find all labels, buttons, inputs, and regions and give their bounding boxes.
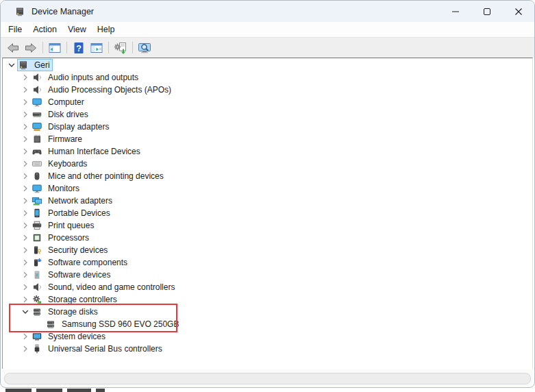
security-icon — [32, 245, 42, 256]
chevron-down-icon[interactable] — [19, 306, 32, 317]
tree-item[interactable]: Firmware — [3, 133, 532, 145]
horizontal-scrollbar[interactable] — [2, 369, 533, 387]
chevron-right-icon[interactable] — [19, 171, 32, 182]
maximize-icon — [483, 8, 491, 16]
svg-text:?: ? — [76, 43, 82, 53]
chevron-right-icon[interactable] — [19, 269, 32, 280]
tree-item[interactable]: Network adapters — [3, 195, 532, 207]
display-adapter-icon — [32, 121, 42, 132]
tree-item[interactable]: Security devices — [3, 244, 532, 256]
selected-item-highlight: Geri — [18, 60, 52, 71]
tree-item[interactable]: Human Interface Devices — [3, 145, 532, 158]
tree-item[interactable]: Mice and other pointing devices — [3, 170, 532, 182]
printer-icon — [32, 220, 42, 231]
tree-item[interactable]: Sound, video and game controllers — [3, 281, 532, 293]
tree-item[interactable]: Disk drives — [3, 108, 532, 121]
toolbar-separator — [42, 42, 43, 53]
help-button[interactable]: ? — [70, 40, 88, 56]
speaker-icon — [32, 282, 42, 293]
menu-bar: File Action View Help — [1, 22, 534, 37]
toolbar: ? — [1, 37, 534, 58]
tree-pane: GeriAudio inputs and outputsAudio Proces… — [2, 58, 533, 369]
tree-item-label: Print queues — [46, 220, 96, 231]
tree-item-label: Samsung SSD 960 EVO 250GB — [60, 319, 181, 330]
chevron-right-icon[interactable] — [19, 208, 32, 219]
title-bar[interactable]: Device Manager — [1, 1, 534, 22]
chevron-right-icon[interactable] — [19, 220, 32, 231]
chevron-right-icon[interactable] — [19, 121, 32, 132]
menu-view[interactable]: View — [62, 23, 92, 36]
tree-item[interactable]: Software devices — [3, 269, 532, 281]
close-icon — [514, 8, 523, 16]
tree-item[interactable]: Portable Devices — [3, 207, 532, 219]
tree-item[interactable]: Samsung SSD 960 EVO 250GB — [3, 318, 532, 330]
tree-item-label: Disk drives — [46, 109, 90, 120]
tree-item[interactable]: Software components — [3, 256, 532, 269]
tree-item-label: Portable Devices — [46, 208, 112, 219]
tree-item[interactable]: Keyboards — [3, 158, 532, 170]
tree-item[interactable]: System devices — [3, 330, 532, 343]
tree-item[interactable]: Storage controllers — [3, 293, 532, 306]
keyboard-icon — [32, 158, 42, 169]
tree-item[interactable]: Display adapters — [3, 121, 532, 133]
tree-item[interactable]: Print queues — [3, 219, 532, 232]
tree-item[interactable]: Universal Serial Bus controllers — [3, 343, 532, 355]
usb-icon — [32, 343, 42, 354]
chevron-right-icon[interactable] — [19, 245, 32, 256]
show-hide-console-tree-button[interactable] — [46, 40, 64, 56]
tree-item-label: Audio Processing Objects (APOs) — [46, 84, 173, 95]
storage-controller-icon — [32, 294, 42, 305]
chevron-right-icon[interactable] — [19, 84, 32, 95]
menu-help[interactable]: Help — [92, 23, 121, 36]
chevron-right-icon[interactable] — [19, 146, 32, 157]
tree-item[interactable]: Geri — [3, 59, 532, 71]
tree-item-label: Display adapters — [46, 121, 111, 132]
tree-item[interactable]: Computer — [3, 96, 532, 108]
speaker-icon — [32, 84, 42, 95]
tree-item[interactable]: Processors — [3, 232, 532, 244]
chevron-right-icon[interactable] — [19, 195, 32, 206]
chevron-right-icon[interactable] — [19, 294, 32, 305]
software-device-icon — [32, 269, 42, 280]
twisty-spacer — [33, 319, 45, 330]
chevron-right-icon[interactable] — [19, 134, 32, 145]
chevron-down-icon[interactable] — [5, 60, 18, 71]
chevron-right-icon[interactable] — [19, 331, 32, 342]
forward-button[interactable] — [22, 40, 40, 56]
mouse-icon — [32, 171, 42, 182]
tree-item-label: Software components — [46, 257, 129, 268]
chevron-right-icon[interactable] — [19, 158, 32, 169]
window-controls — [440, 1, 534, 22]
chevron-right-icon[interactable] — [19, 97, 32, 108]
tree-item-label: Security devices — [46, 245, 110, 256]
tree-item[interactable]: Storage disks — [3, 306, 532, 318]
properties-button[interactable] — [88, 40, 105, 56]
chevron-right-icon[interactable] — [19, 257, 32, 268]
chevron-right-icon[interactable] — [19, 183, 32, 194]
horizontal-scrollbar-thumb[interactable] — [4, 373, 531, 384]
scan-hardware-changes-button[interactable] — [112, 40, 129, 56]
chevron-right-icon[interactable] — [19, 72, 32, 83]
tree-item-label: Firmware — [46, 134, 84, 145]
tree-item-label: System devices — [46, 331, 108, 342]
search-computer-button[interactable] — [136, 40, 153, 56]
tree-item[interactable]: Audio Processing Objects (APOs) — [3, 84, 532, 96]
monitor-icon — [32, 97, 42, 108]
maximize-button[interactable] — [471, 1, 503, 22]
window-title: Device Manager — [32, 7, 94, 16]
chevron-right-icon[interactable] — [19, 109, 32, 120]
back-button[interactable] — [4, 40, 22, 56]
minimize-button[interactable] — [440, 1, 471, 22]
gamepad-icon — [32, 146, 42, 157]
chevron-right-icon[interactable] — [19, 343, 32, 354]
tree-item[interactable]: Audio inputs and outputs — [3, 71, 532, 84]
tree-item[interactable]: Monitors — [3, 182, 532, 195]
tree-item-label: Software devices — [46, 269, 112, 280]
tree-item-label: Mice and other pointing devices — [46, 171, 166, 182]
menu-file[interactable]: File — [3, 23, 27, 36]
menu-action[interactable]: Action — [27, 23, 62, 36]
tree-item-label: Universal Serial Bus controllers — [46, 343, 164, 354]
chevron-right-icon[interactable] — [19, 282, 32, 293]
chevron-right-icon[interactable] — [19, 232, 32, 243]
close-button[interactable] — [503, 1, 534, 22]
